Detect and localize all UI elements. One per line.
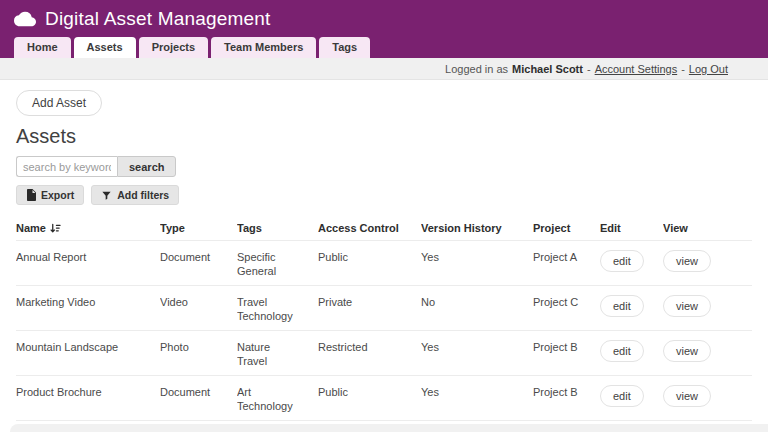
tab-home[interactable]: Home — [14, 37, 71, 58]
assets-table: Name Type Tags Access Control Version Hi… — [16, 216, 752, 432]
cell-type: Photo — [160, 331, 237, 376]
edit-button[interactable]: edit — [600, 295, 644, 317]
edit-button[interactable]: edit — [600, 385, 644, 407]
view-button[interactable]: view — [663, 295, 711, 317]
cell-project: Project A — [533, 241, 600, 286]
column-header-view: View — [663, 216, 752, 241]
cell-name: Product Brochure — [16, 376, 160, 421]
cell-type: Document — [160, 241, 237, 286]
cell-access-control: Private — [318, 286, 421, 331]
sort-icon — [50, 223, 61, 234]
toolbar: Export Add filters — [16, 185, 752, 205]
export-button[interactable]: Export — [16, 185, 84, 205]
cloud-icon — [14, 11, 36, 27]
cell-view: view — [663, 376, 752, 421]
column-header-edit: Edit — [600, 216, 663, 241]
cell-view: view — [663, 331, 752, 376]
cell-name: Mountain Landscape — [16, 331, 160, 376]
add-asset-button[interactable]: Add Asset — [16, 90, 102, 116]
cell-access-control: Public — [318, 376, 421, 421]
cell-tags: ArtTechnology — [237, 376, 318, 421]
cell-tags: TravelTechnology — [237, 286, 318, 331]
tab-projects[interactable]: Projects — [139, 37, 208, 58]
main-content: Add Asset Assets search Export Add filte… — [0, 80, 768, 432]
cell-access-control: Public — [318, 241, 421, 286]
cell-edit: edit — [600, 286, 663, 331]
cell-type: Video — [160, 286, 237, 331]
cell-view: view — [663, 241, 752, 286]
cell-tags: SpecificGeneral — [237, 241, 318, 286]
cell-version-history: Yes — [421, 331, 533, 376]
column-header-tags: Tags — [237, 216, 318, 241]
account-settings-link[interactable]: Account Settings — [595, 63, 678, 75]
tab-assets[interactable]: Assets — [74, 37, 136, 58]
view-button[interactable]: view — [663, 250, 711, 272]
cell-view: view — [663, 286, 752, 331]
edit-button[interactable]: edit — [600, 250, 644, 272]
table-row: Mountain Landscape Photo NatureTravel Re… — [16, 331, 752, 376]
file-icon — [26, 189, 36, 201]
table-row: Annual Report Document SpecificGeneral P… — [16, 241, 752, 286]
column-header-version-history: Version History — [421, 216, 533, 241]
column-header-type: Type — [160, 216, 237, 241]
cell-type: Document — [160, 376, 237, 421]
app-header: Digital Asset Management — [0, 0, 768, 37]
search-input[interactable] — [16, 156, 117, 177]
user-bar: Logged in as Michael Scott - Account Set… — [0, 58, 768, 80]
app-title: Digital Asset Management — [45, 8, 271, 30]
table-header-row: Name Type Tags Access Control Version Hi… — [16, 216, 752, 241]
page-footer — [10, 424, 768, 432]
view-button[interactable]: view — [663, 385, 711, 407]
cell-project: Project B — [533, 331, 600, 376]
column-header-access-control: Access Control — [318, 216, 421, 241]
cell-access-control: Restricted — [318, 331, 421, 376]
cell-version-history: No — [421, 286, 533, 331]
cell-version-history: Yes — [421, 376, 533, 421]
tab-team-members[interactable]: Team Members — [211, 37, 316, 58]
cell-name: Annual Report — [16, 241, 160, 286]
funnel-icon — [101, 190, 112, 201]
assets-table-body: Annual Report Document SpecificGeneral P… — [16, 241, 752, 432]
view-button[interactable]: view — [663, 340, 711, 362]
app-window: Digital Asset Management Home Assets Pro… — [0, 0, 768, 432]
cell-project: Project B — [533, 376, 600, 421]
cell-version-history: Yes — [421, 241, 533, 286]
tab-tags[interactable]: Tags — [319, 37, 370, 58]
separator: - — [587, 63, 591, 75]
cell-edit: edit — [600, 241, 663, 286]
column-header-project: Project — [533, 216, 600, 241]
cell-edit: edit — [600, 331, 663, 376]
cell-project: Project C — [533, 286, 600, 331]
edit-button[interactable]: edit — [600, 340, 644, 362]
username: Michael Scott — [512, 63, 583, 75]
table-row: Product Brochure Document ArtTechnology … — [16, 376, 752, 421]
nav-tabs: Home Assets Projects Team Members Tags — [0, 37, 768, 58]
separator: - — [681, 63, 685, 75]
logged-in-prefix: Logged in as — [445, 63, 508, 75]
column-header-name[interactable]: Name — [16, 216, 160, 241]
page-title: Assets — [16, 125, 752, 148]
log-out-link[interactable]: Log Out — [689, 63, 728, 75]
add-filters-button[interactable]: Add filters — [91, 185, 179, 205]
cell-tags: NatureTravel — [237, 331, 318, 376]
table-row: Marketing Video Video TravelTechnology P… — [16, 286, 752, 331]
cell-edit: edit — [600, 376, 663, 421]
search-button[interactable]: search — [117, 156, 176, 177]
search-bar: search — [16, 156, 752, 177]
cell-name: Marketing Video — [16, 286, 160, 331]
